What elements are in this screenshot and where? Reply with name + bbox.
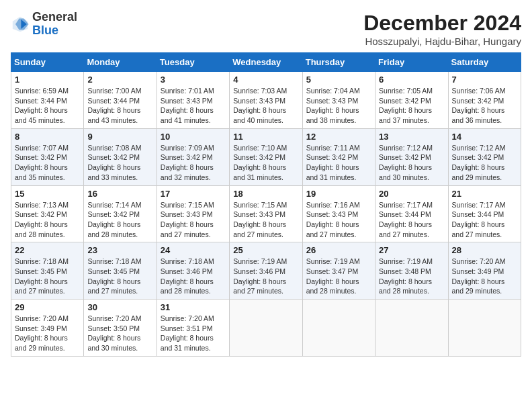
calendar-day-cell: 2 Sunrise: 7:00 AM Sunset: 3:44 PM Dayli…: [84, 72, 157, 129]
day-of-week-header: Wednesday: [230, 53, 302, 72]
calendar-day-cell: 28 Sunrise: 7:20 AM Sunset: 3:49 PM Dayl…: [448, 242, 521, 300]
day-of-week-header: Thursday: [302, 53, 375, 72]
day-number: 10: [161, 132, 226, 142]
day-number: 27: [379, 245, 444, 255]
logo-blue-text: Blue: [32, 24, 58, 37]
calendar-day-cell: 15 Sunrise: 7:13 AM Sunset: 3:42 PM Dayl…: [11, 185, 84, 242]
day-info: Sunrise: 7:20 AM Sunset: 3:49 PM Dayligh…: [15, 314, 80, 353]
day-number: 8: [15, 132, 80, 142]
day-number: 26: [306, 245, 371, 255]
day-info: Sunrise: 7:03 AM Sunset: 3:43 PM Dayligh…: [233, 86, 298, 126]
day-of-week-header: Monday: [84, 53, 157, 72]
day-number: 23: [87, 245, 152, 255]
calendar-day-cell: 14 Sunrise: 7:12 AM Sunset: 3:42 PM Dayl…: [448, 128, 521, 185]
calendar-day-cell: 9 Sunrise: 7:08 AM Sunset: 3:42 PM Dayli…: [84, 128, 157, 185]
day-of-week-header: Tuesday: [157, 53, 229, 72]
day-number: 16: [87, 189, 152, 199]
calendar-day-cell: 24 Sunrise: 7:18 AM Sunset: 3:46 PM Dayl…: [157, 242, 229, 300]
day-number: 18: [233, 189, 298, 199]
day-number: 29: [15, 302, 80, 312]
day-number: 4: [233, 75, 298, 85]
calendar-day-cell: 22 Sunrise: 7:18 AM Sunset: 3:45 PM Dayl…: [11, 242, 84, 300]
calendar-day-cell: 8 Sunrise: 7:07 AM Sunset: 3:42 PM Dayli…: [11, 128, 84, 185]
day-info: Sunrise: 7:15 AM Sunset: 3:43 PM Dayligh…: [161, 200, 226, 240]
day-number: 21: [452, 189, 517, 199]
day-info: Sunrise: 7:16 AM Sunset: 3:43 PM Dayligh…: [306, 200, 371, 240]
day-info: Sunrise: 7:15 AM Sunset: 3:43 PM Dayligh…: [233, 200, 298, 240]
calendar-day-cell: 10 Sunrise: 7:09 AM Sunset: 3:42 PM Dayl…: [157, 128, 229, 185]
day-number: 6: [379, 75, 444, 85]
calendar-table: SundayMondayTuesdayWednesdayThursdayFrid…: [11, 52, 521, 357]
day-info: Sunrise: 6:59 AM Sunset: 3:44 PM Dayligh…: [15, 86, 80, 126]
calendar-day-cell: [230, 300, 302, 357]
day-number: 31: [161, 302, 226, 312]
day-of-week-header: Saturday: [448, 53, 521, 72]
calendar-day-cell: 23 Sunrise: 7:18 AM Sunset: 3:45 PM Dayl…: [84, 242, 157, 300]
day-number: 1: [15, 75, 80, 85]
day-info: Sunrise: 7:12 AM Sunset: 3:42 PM Dayligh…: [379, 143, 444, 183]
calendar-day-cell: 20 Sunrise: 7:17 AM Sunset: 3:44 PM Dayl…: [375, 185, 448, 242]
logo-general-text: General: [32, 10, 77, 24]
calendar-day-cell: 18 Sunrise: 7:15 AM Sunset: 3:43 PM Dayl…: [230, 185, 302, 242]
day-number: 11: [233, 132, 298, 142]
calendar-week-row: 29 Sunrise: 7:20 AM Sunset: 3:49 PM Dayl…: [11, 300, 521, 357]
subtitle: Hosszupalyi, Hajdu-Bihar, Hungary: [363, 36, 521, 47]
calendar-day-cell: 25 Sunrise: 7:19 AM Sunset: 3:46 PM Dayl…: [230, 242, 302, 300]
calendar-day-cell: [302, 300, 375, 357]
day-number: 30: [87, 302, 152, 312]
title-area: December 2024 Hosszupalyi, Hajdu-Bihar, …: [363, 11, 521, 47]
day-info: Sunrise: 7:10 AM Sunset: 3:42 PM Dayligh…: [233, 143, 298, 183]
day-number: 7: [452, 75, 517, 85]
day-info: Sunrise: 7:20 AM Sunset: 3:50 PM Dayligh…: [87, 314, 152, 353]
calendar-week-row: 22 Sunrise: 7:18 AM Sunset: 3:45 PM Dayl…: [11, 242, 521, 300]
calendar-day-cell: 3 Sunrise: 7:01 AM Sunset: 3:43 PM Dayli…: [157, 72, 229, 129]
day-info: Sunrise: 7:05 AM Sunset: 3:42 PM Dayligh…: [379, 86, 444, 126]
day-info: Sunrise: 7:07 AM Sunset: 3:42 PM Dayligh…: [15, 143, 80, 183]
calendar-day-cell: 5 Sunrise: 7:04 AM Sunset: 3:43 PM Dayli…: [302, 72, 375, 129]
calendar-day-cell: 21 Sunrise: 7:17 AM Sunset: 3:44 PM Dayl…: [448, 185, 521, 242]
logo: General Blue: [11, 11, 77, 38]
day-info: Sunrise: 7:17 AM Sunset: 3:44 PM Dayligh…: [379, 200, 444, 240]
calendar-day-cell: 11 Sunrise: 7:10 AM Sunset: 3:42 PM Dayl…: [230, 128, 302, 185]
calendar-day-cell: 17 Sunrise: 7:15 AM Sunset: 3:43 PM Dayl…: [157, 185, 229, 242]
calendar-day-cell: 31 Sunrise: 7:20 AM Sunset: 3:51 PM Dayl…: [157, 300, 229, 357]
calendar-day-cell: 6 Sunrise: 7:05 AM Sunset: 3:42 PM Dayli…: [375, 72, 448, 129]
day-number: 20: [379, 189, 444, 199]
calendar-day-cell: 16 Sunrise: 7:14 AM Sunset: 3:42 PM Dayl…: [84, 185, 157, 242]
calendar-day-cell: [375, 300, 448, 357]
logo-icon: [11, 15, 30, 34]
calendar-day-cell: 1 Sunrise: 6:59 AM Sunset: 3:44 PM Dayli…: [11, 72, 84, 129]
day-info: Sunrise: 7:08 AM Sunset: 3:42 PM Dayligh…: [87, 143, 152, 183]
day-number: 12: [306, 132, 371, 142]
day-number: 24: [161, 245, 226, 255]
day-info: Sunrise: 7:19 AM Sunset: 3:47 PM Dayligh…: [306, 257, 371, 296]
day-number: 3: [161, 75, 226, 85]
day-number: 14: [452, 132, 517, 142]
day-of-week-header: Friday: [375, 53, 448, 72]
day-number: 13: [379, 132, 444, 142]
day-info: Sunrise: 7:06 AM Sunset: 3:42 PM Dayligh…: [452, 86, 517, 126]
calendar-day-cell: 13 Sunrise: 7:12 AM Sunset: 3:42 PM Dayl…: [375, 128, 448, 185]
day-info: Sunrise: 7:09 AM Sunset: 3:42 PM Dayligh…: [161, 143, 226, 183]
calendar-day-cell: 19 Sunrise: 7:16 AM Sunset: 3:43 PM Dayl…: [302, 185, 375, 242]
calendar-day-cell: [448, 300, 521, 357]
calendar-day-cell: 26 Sunrise: 7:19 AM Sunset: 3:47 PM Dayl…: [302, 242, 375, 300]
header: General Blue December 2024 Hosszupalyi, …: [11, 11, 521, 47]
day-info: Sunrise: 7:19 AM Sunset: 3:48 PM Dayligh…: [379, 257, 444, 296]
calendar-week-row: 8 Sunrise: 7:07 AM Sunset: 3:42 PM Dayli…: [11, 128, 521, 185]
day-number: 2: [87, 75, 152, 85]
day-number: 22: [15, 245, 80, 255]
calendar-day-cell: 27 Sunrise: 7:19 AM Sunset: 3:48 PM Dayl…: [375, 242, 448, 300]
day-number: 19: [306, 189, 371, 199]
calendar-day-cell: 30 Sunrise: 7:20 AM Sunset: 3:50 PM Dayl…: [84, 300, 157, 357]
day-number: 15: [15, 189, 80, 199]
calendar-day-cell: 7 Sunrise: 7:06 AM Sunset: 3:42 PM Dayli…: [448, 72, 521, 129]
calendar-day-cell: 12 Sunrise: 7:11 AM Sunset: 3:42 PM Dayl…: [302, 128, 375, 185]
day-info: Sunrise: 7:18 AM Sunset: 3:45 PM Dayligh…: [87, 257, 152, 296]
day-number: 17: [161, 189, 226, 199]
day-number: 5: [306, 75, 371, 85]
calendar-week-row: 1 Sunrise: 6:59 AM Sunset: 3:44 PM Dayli…: [11, 72, 521, 129]
main-title: December 2024: [363, 11, 521, 36]
day-info: Sunrise: 7:20 AM Sunset: 3:49 PM Dayligh…: [452, 257, 517, 296]
day-number: 9: [87, 132, 152, 142]
